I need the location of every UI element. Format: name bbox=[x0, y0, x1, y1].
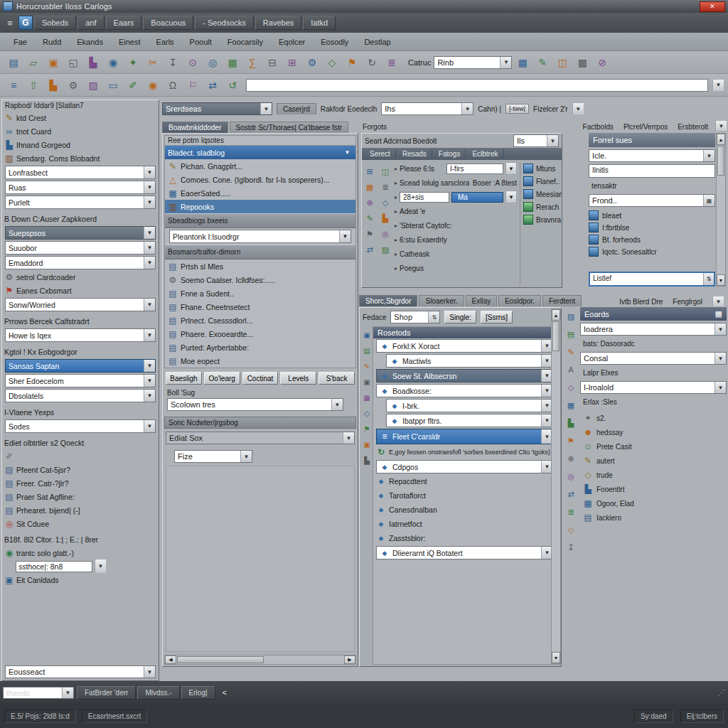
app-logo-icon[interactable]: G bbox=[18, 16, 33, 30]
chart-icon[interactable]: ▙ bbox=[361, 454, 373, 466]
mid-list-item[interactable]: Comoes. Cone. (Iglbordl. fsr I-ls sosper… bbox=[165, 173, 355, 186]
globe-icon[interactable]: ◉ bbox=[104, 53, 122, 72]
table-icon[interactable]: ▦ bbox=[223, 53, 242, 72]
chart-icon[interactable]: ▙ bbox=[564, 417, 577, 429]
chart-icon[interactable]: ▙ bbox=[84, 53, 102, 72]
left-panel-item[interactable]: Sodes ▼ bbox=[5, 419, 156, 433]
mid-list-item[interactable]: EaoerSated..... ▼ bbox=[165, 186, 355, 200]
rosetods-tree-item[interactable]: Canesdnalban ▼ bbox=[373, 503, 559, 517]
hamburger-menu-icon[interactable]: ≡ bbox=[3, 16, 17, 30]
left-panel-item[interactable]: Sher Edoecelom ▼ bbox=[5, 374, 156, 387]
rosetods-tree-item[interactable]: Boadkosse: ▼ bbox=[376, 384, 556, 397]
refresh-icon[interactable]: ↻ bbox=[363, 53, 381, 72]
rosetods-tree-item[interactable]: Dlieerarnt iQ Botatert ▼ bbox=[376, 546, 556, 560]
flag-icon[interactable]: ⚑ bbox=[343, 53, 361, 72]
shape-icon[interactable]: ◇ bbox=[379, 196, 392, 209]
mid-tab[interactable]: Sostdr Sc/Thoraes| Ca'tbaese fstr bbox=[230, 122, 349, 133]
fenglrgol-label[interactable]: Fenglrgol bbox=[673, 298, 702, 306]
chevron-down-icon[interactable]: ▼ bbox=[331, 399, 343, 410]
forgots-right-item[interactable]: Flanef.. bbox=[523, 176, 562, 186]
forgots-header-label[interactable]: Boedolt bbox=[412, 137, 437, 145]
chevron-down-icon[interactable]: ▼ bbox=[714, 353, 726, 364]
list-icon[interactable]: ≣ bbox=[382, 53, 401, 72]
mid-list-item[interactable]: Fnne a Sudent.. ▼ bbox=[165, 287, 355, 300]
bottom-tab[interactable]: Shorc,Sbgrdor bbox=[359, 295, 417, 306]
cube-icon[interactable]: ◇ bbox=[564, 523, 577, 536]
mid-button[interactable]: Baesligh bbox=[166, 372, 202, 385]
mid-list-item[interactable]: Bladect. sladblog ▼ bbox=[165, 146, 355, 159]
pin-icon[interactable]: ↧ bbox=[164, 53, 182, 72]
chevron-down-icon[interactable]: ▼ bbox=[144, 227, 155, 239]
menu-item[interactable]: Ekands bbox=[70, 36, 109, 48]
brush-icon[interactable]: ✎ bbox=[361, 360, 373, 372]
pencil-icon[interactable]: ✐ bbox=[124, 76, 142, 95]
menu-item[interactable]: Ravebes bbox=[255, 16, 301, 30]
rosetods-tree-item[interactable]: E,goy feosen onstraesfofl 'sorbes bxeerd… bbox=[373, 445, 559, 459]
chevron-down-icon[interactable]: ▼ bbox=[712, 296, 724, 306]
chevron-down-icon[interactable]: ▼ bbox=[715, 121, 727, 131]
ils-dropdown[interactable]: Ils ▼ bbox=[513, 134, 559, 147]
ilroalold-dropdown[interactable]: I-lroalold ▼ bbox=[580, 381, 727, 394]
swatch-icon[interactable]: ▣ bbox=[361, 439, 373, 450]
mid-button[interactable]: Levels bbox=[280, 372, 316, 385]
right-vertical-scrollbar[interactable]: ▲ ▼ bbox=[716, 133, 726, 287]
open-folder-icon[interactable]: ▱ bbox=[24, 53, 43, 72]
ilnitls-field[interactable]: Ilnitls bbox=[589, 164, 715, 178]
left-panel-item[interactable]: Howe ls Iqex ▼ bbox=[5, 328, 156, 342]
draw-icon[interactable]: ✎ bbox=[533, 53, 552, 72]
doc-icon[interactable]: ▤ bbox=[564, 328, 577, 341]
mid-list-item[interactable]: Prlnect. Csesssdlorl... ▼ bbox=[165, 314, 355, 327]
target-icon[interactable]: ◎ bbox=[564, 470, 577, 483]
forgots-row[interactable]: ▸ Adeat 'e ▼ bbox=[395, 205, 517, 218]
target-icon[interactable]: ◎ bbox=[379, 228, 392, 240]
draw-icon[interactable]: ✎ bbox=[363, 212, 376, 225]
disable-icon[interactable]: ⊘ bbox=[593, 53, 611, 72]
left-panel-item[interactable]: Lonfrasbect ▼ bbox=[5, 166, 156, 179]
menu-item[interactable]: Boacuous bbox=[143, 16, 193, 30]
swatch-icon[interactable]: ▣ bbox=[361, 376, 373, 387]
grid-icon[interactable]: ▦ bbox=[703, 195, 714, 206]
left-panel-item[interactable]: ▼ bbox=[2, 449, 159, 463]
menu-item[interactable]: Einest bbox=[112, 36, 147, 48]
magnet-icon[interactable]: Ω bbox=[164, 76, 182, 95]
paint-icon[interactable]: ▨ bbox=[379, 243, 392, 256]
eoards-list-item[interactable]: s2. bbox=[583, 413, 727, 423]
forgots-row[interactable]: ▸ Scead Iolulg sarsclora Boser :A 8test … bbox=[395, 176, 517, 189]
rosetods-tree-item[interactable]: Tarotaflorct ▼ bbox=[373, 488, 559, 503]
chevron-down-icon[interactable]: ▼ bbox=[461, 103, 473, 114]
menu-item[interactable]: Eaars bbox=[106, 16, 142, 30]
close-button[interactable]: ✕ bbox=[700, 1, 725, 12]
chevron-down-icon[interactable]: ▼ bbox=[62, 687, 73, 698]
rosetods-tree-item[interactable]: Iatrnetfoct ▼ bbox=[373, 517, 559, 531]
left-panel-item[interactable]: B Down C:Auser Zapkkoerd ▼ bbox=[2, 212, 159, 225]
chevron-down-icon[interactable]: ▼ bbox=[712, 80, 724, 91]
scroll-up-icon[interactable]: ▲ bbox=[717, 134, 725, 145]
chevron-down-icon[interactable]: ▼ bbox=[144, 390, 155, 402]
chevron-down-icon[interactable]: ▼ bbox=[260, 103, 272, 114]
left-panel-item[interactable]: I-Vlaene Yexps ▼ bbox=[2, 405, 159, 419]
left-panel-item[interactable]: Suuobor ▼ bbox=[5, 241, 156, 255]
left-panel-item[interactable]: B18f. 8l2 Cltor. 1:| ; E.: | 8rer ▼ bbox=[2, 532, 159, 546]
rosetods-tree-item[interactable]: Repacdtent ▼ bbox=[373, 474, 559, 488]
menu-item[interactable]: Fae bbox=[7, 36, 33, 48]
cut-icon[interactable]: ✂ bbox=[144, 53, 162, 72]
add-icon[interactable]: ⊕ bbox=[363, 196, 376, 209]
left-panel-item[interactable]: Purlelt ▼ bbox=[5, 196, 156, 209]
menu-item[interactable]: Sobeds bbox=[34, 16, 76, 30]
mid-list-item[interactable]: Fhane. Cheetnsetect ▼ bbox=[165, 300, 355, 314]
forgots-row[interactable]: ▸ Catheask ▼ bbox=[395, 247, 517, 260]
save-icon[interactable]: ▣ bbox=[44, 53, 63, 72]
eoards-list-item[interactable]: Fooentlrt bbox=[583, 484, 727, 494]
single-button[interactable]: Single: bbox=[444, 311, 476, 323]
srerdseas-dropdown[interactable]: Srerdseas ▼ bbox=[162, 102, 272, 115]
consal-dropdown[interactable]: Consal ▼ bbox=[580, 352, 727, 365]
left-panel-item[interactable]: tnot Cuard ▼ bbox=[2, 124, 159, 138]
left-panel-item[interactable]: ssthoce|: 8n8 ▼ bbox=[2, 560, 159, 573]
chevron-down-icon[interactable]: ▼ bbox=[342, 146, 353, 159]
swap-icon[interactable]: ⇄ bbox=[564, 488, 577, 500]
forgots-right-item[interactable]: Mtuns bbox=[523, 164, 562, 173]
eraser-icon[interactable]: ▭ bbox=[104, 76, 122, 95]
scroll-left-icon[interactable]: ◀ bbox=[165, 655, 176, 664]
chevron-down-icon[interactable]: ▼ bbox=[144, 166, 155, 178]
chevron-down-icon[interactable]: ▼ bbox=[703, 150, 714, 161]
